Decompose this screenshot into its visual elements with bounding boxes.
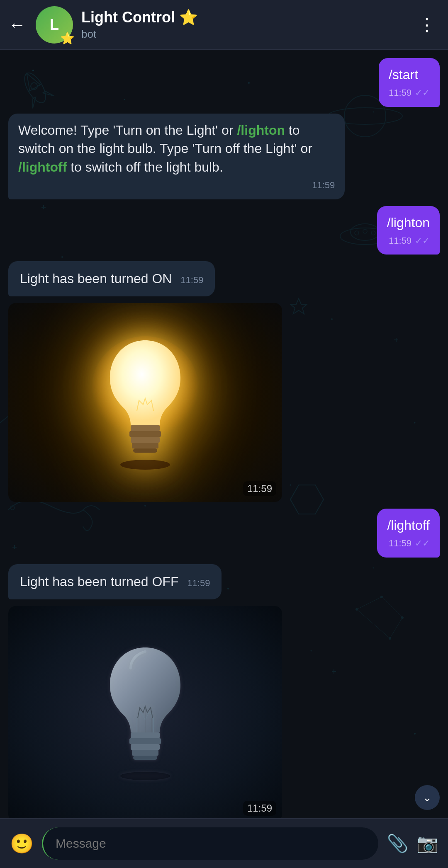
svg-rect-80 [129,738,161,744]
incoming-bubble: Light has been turned OFF 11:59 [8,564,222,599]
image-time: 11:59 [247,483,272,495]
image-timestamp: 11:59 [243,801,276,816]
table-row: /start 11:59 ✓✓ [8,58,440,107]
table-row: /lightoff 11:59 ✓✓ [8,509,440,558]
avatar[interactable]: L ⭐ [36,6,73,44]
message-text: Light has been turned ON [20,271,172,286]
avatar-star-icon: ⭐ [60,32,75,45]
message-time: 11:59 [312,179,335,192]
chat-area: /start 11:59 ✓✓ Welcome! Type 'Turn on t… [0,50,448,818]
read-receipts: ✓✓ [415,87,430,99]
message-text: /lightoff [387,518,430,533]
outgoing-bubble: /start 11:59 ✓✓ [379,58,440,107]
bulb-off-image: 11:59 ↪ [8,606,282,818]
svg-rect-73 [132,443,158,449]
message-time: 11:59 [389,537,411,550]
outgoing-bubble: /lighton 11:59 ✓✓ [377,206,440,255]
more-options-button[interactable]: ⋮ [414,10,440,39]
incoming-bubble: Welcome! Type 'Turn on the Light' or /li… [8,114,345,199]
svg-rect-74 [133,449,157,453]
svg-rect-81 [131,744,160,750]
bulb-off-svg [91,635,199,793]
attach-button[interactable]: 📎 [387,833,408,853]
message-time: 11:59 [187,578,210,588]
command-lightoff: /lightoff [18,160,67,175]
svg-point-75 [120,460,170,470]
message-time: 11:59 [180,275,203,285]
header: ← L ⭐ Light Control ⭐ bot ⋮ [0,0,448,50]
read-receipts: ✓✓ [415,235,430,247]
input-bar: 🙂 📎 📷 [0,818,448,868]
chat-subtitle: bot [81,28,414,41]
svg-point-84 [120,772,170,780]
chat-title: Light Control ⭐ [81,9,414,26]
bulb-on-image: 11:59 ↪ [8,303,282,502]
message-text-part3: to switch off the light bulb. [67,160,223,175]
read-receipts: ✓✓ [415,537,430,550]
table-row: 11:59 ↪ [8,303,440,502]
message-text: /lighton [387,215,430,230]
bulb-on-svg [91,328,199,477]
command-lighton: /lighton [237,123,285,138]
image-timestamp: 11:59 [243,481,276,496]
bulb-canvas-off [8,606,282,818]
header-info: Light Control ⭐ bot [81,9,414,41]
avatar-letter: L [50,16,59,34]
table-row: 11:59 ↪ [8,606,440,818]
title-text: Light Control [81,9,175,26]
title-star-icon: ⭐ [179,9,198,26]
scroll-to-bottom-button[interactable]: ⌄ [415,785,440,810]
message-text: Light has been turned OFF [20,574,178,589]
svg-rect-79 [131,732,160,738]
message-text-part1: Welcome! Type 'Turn on the Light' or [18,123,237,138]
message-input-wrapper [42,827,378,860]
outgoing-bubble: /lightoff 11:59 ✓✓ [377,509,440,558]
svg-rect-82 [132,750,158,756]
bulb-canvas-on [8,303,282,502]
table-row: Light has been turned OFF 11:59 [8,564,440,599]
svg-rect-70 [131,425,160,431]
message-text: /start [389,67,418,82]
back-button[interactable]: ← [8,15,26,35]
message-input[interactable] [56,836,366,851]
table-row: Light has been turned ON 11:59 [8,261,440,296]
image-time: 11:59 [247,803,272,814]
svg-rect-72 [131,437,160,443]
message-time: 11:59 [389,235,411,247]
svg-rect-71 [129,431,161,437]
incoming-bubble: Light has been turned ON 11:59 [8,261,215,296]
svg-rect-83 [133,756,157,760]
message-time: 11:59 [389,87,411,99]
camera-button[interactable]: 📷 [416,833,438,853]
table-row: Welcome! Type 'Turn on the Light' or /li… [8,114,440,199]
table-row: /lighton 11:59 ✓✓ [8,206,440,255]
emoji-button[interactable]: 🙂 [10,832,34,855]
